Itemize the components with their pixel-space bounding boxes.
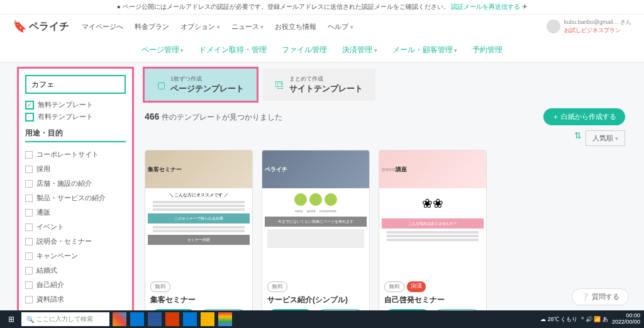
taskbar-app[interactable] [148, 312, 162, 326]
user-area[interactable]: kubu.banbo@gmail… さん お試しビジネスプラン [547, 18, 631, 35]
taskbar: ⊞ 🔍 ここに入力して検索 ☁ 28℃ くもり ^ 🔊 📶 あ 00:00202… [0, 310, 644, 328]
taskbar-app[interactable] [113, 312, 126, 326]
category-item[interactable]: 説明会・セミナー [25, 234, 126, 249]
nav-options[interactable]: オプション [180, 22, 220, 31]
main-nav: マイページへ 料金プラン オプション ニュース お役立ち情報 ヘルプ [82, 22, 547, 31]
notification-bar: ● ページ公開にはメールアドレスの認証が必要です。登録メールアドレスに送信された… [0, 0, 644, 14]
category-item[interactable]: 通販 [25, 205, 126, 220]
start-button[interactable]: ⊞ [4, 313, 19, 325]
taskbar-app[interactable] [130, 312, 144, 326]
results-count: 466 件のテンプレートが見つかりました [145, 111, 282, 123]
category-item[interactable]: キャンペーン [25, 249, 126, 263]
category-item[interactable]: 資料請求 [25, 292, 126, 307]
cards-grid: 集客セミナー＼ こんな方にオススメです ／このセミナーで得られる効果セミナー内容… [145, 150, 625, 328]
sub-nav: ページ管理 ドメイン取得・管理 ファイル管理 決済管理 メール・顧客管理 予約管… [0, 38, 644, 62]
nav-help[interactable]: ヘルプ [328, 22, 353, 31]
category-item[interactable]: イベント [25, 220, 126, 234]
template-card: ○○○○講座❀❀こんな悩みはありませんか？無料決済自己啓発セミナー使う詳細 [379, 150, 487, 328]
subnav-reserve[interactable]: 予約管理 [472, 45, 502, 55]
category-item[interactable]: 店舗・施設の紹介 [25, 176, 126, 191]
filter-free[interactable]: ✓無料テンプレート [25, 100, 126, 110]
content: ▢ 1枚ずつ作成ページテンプレート ⿻ まとめて作成サイトテンプレート 466 … [145, 69, 625, 328]
taskbar-app[interactable] [218, 312, 232, 326]
taskbar-app[interactable] [183, 312, 197, 326]
subnav-mail[interactable]: メール・顧客管理 [392, 45, 458, 55]
system-tray[interactable]: ☁ 28℃ くもり ^ 🔊 📶 あ 00:002022/00/00 [540, 313, 640, 325]
purpose-title: 用途・目的 [25, 128, 126, 142]
category-list: コーポレートサイト採用店舗・施設の紹介製品・サービスの紹介通販イベント説明会・セ… [25, 147, 126, 328]
template-card: ペライチeasy quick customize今までにないくらい簡単にページを… [262, 150, 370, 328]
avatar [547, 20, 560, 33]
create-blank-button[interactable]: ＋ 白紙から作成する [543, 108, 625, 125]
logo[interactable]: 🔖 ペライチ [13, 20, 69, 33]
resend-link[interactable]: 認証メールを再送信する [451, 3, 520, 10]
tab-site-template[interactable]: ⿻ まとめて作成サイトテンプレート [263, 69, 375, 101]
taskbar-app[interactable] [201, 312, 214, 326]
sidebar: ✓無料テンプレート 有料テンプレート 用途・目的 コーポレートサイト採用店舗・施… [19, 69, 132, 328]
logo-icon: 🔖 [13, 20, 26, 33]
category-item[interactable]: コーポレートサイト [25, 147, 126, 162]
tab-page-template[interactable]: ▢ 1枚ずつ作成ページテンプレート [145, 69, 257, 101]
sort-icon[interactable]: ⇅ [574, 130, 582, 146]
nav-news[interactable]: ニュース [231, 22, 264, 31]
category-item[interactable]: 製品・サービスの紹介 [25, 191, 126, 205]
user-plan: お試しビジネスプラン [564, 26, 631, 35]
taskbar-search[interactable]: 🔍 ここに入力して検索 [21, 312, 109, 326]
user-email: kubu.banbo@gmail… さん [564, 18, 631, 26]
category-item[interactable]: 採用 [25, 162, 126, 176]
site-icon: ⿻ [275, 80, 284, 90]
nav-mypage[interactable]: マイページへ [82, 22, 123, 31]
subnav-page[interactable]: ページ管理 [142, 45, 184, 55]
category-item[interactable]: 自己紹介 [25, 278, 126, 292]
page-icon: ▢ [157, 80, 165, 90]
taskbar-app[interactable] [165, 312, 179, 326]
template-card: 集客セミナー＼ こんな方にオススメです ／このセミナーで得られる効果セミナー内容… [145, 150, 253, 328]
category-item[interactable]: 結婚式 [25, 263, 126, 278]
search-input[interactable] [25, 75, 126, 94]
filter-paid[interactable]: 有料テンプレート [25, 112, 126, 122]
help-button[interactable]: ❔ 質問する [572, 288, 629, 305]
subnav-domain[interactable]: ドメイン取得・管理 [199, 45, 267, 55]
subnav-file[interactable]: ファイル管理 [282, 45, 327, 55]
nav-pricing[interactable]: 料金プラン [135, 22, 169, 31]
sort-select[interactable]: 人気順 [586, 130, 625, 146]
header: 🔖 ペライチ マイページへ 料金プラン オプション ニュース お役立ち情報 ヘル… [0, 14, 644, 38]
subnav-payment[interactable]: 決済管理 [342, 45, 377, 55]
nav-help-info[interactable]: お役立ち情報 [275, 22, 316, 31]
brand-text: ペライチ [29, 20, 69, 33]
